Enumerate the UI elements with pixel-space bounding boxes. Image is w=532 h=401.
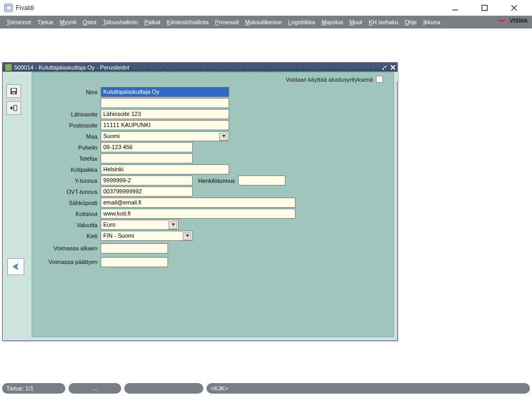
svg-rect-11 xyxy=(12,92,15,94)
menu-muut[interactable]: Muut xyxy=(346,19,365,25)
lahiosoite-field[interactable]: Lähiosoite 123 xyxy=(101,109,229,119)
status-user: <KJK> xyxy=(206,383,530,394)
ovt-field[interactable]: 003799999992 xyxy=(101,187,193,197)
window-maximize-button[interactable] xyxy=(473,1,496,15)
menu-toiminnot[interactable]: Toiminnot xyxy=(3,19,34,25)
brand-logo: VISMA xyxy=(497,17,528,24)
status-cell-2: ... xyxy=(68,383,121,394)
internal-window-title: 500014 - Kuluttajalaskuttaja Oy - Perust… xyxy=(14,64,129,71)
left-toolbar xyxy=(6,84,21,115)
menu-kh-isohaku[interactable]: KH isohaku xyxy=(366,19,401,25)
internal-window: 500014 - Kuluttajalaskuttaja Oy - Perust… xyxy=(2,62,398,341)
menu-ohje[interactable]: Ohje xyxy=(401,19,420,25)
menu-ostot[interactable]: Ostot xyxy=(80,19,100,25)
label-henkilotunnus: Henkilötunnus xyxy=(193,178,238,184)
postiosoite-field[interactable]: 11111 KAUPUNKI xyxy=(101,120,229,130)
kotisivut-field[interactable]: www.koti.fi xyxy=(101,209,295,219)
menu-palkat[interactable]: Palkat xyxy=(141,19,164,25)
exit-button[interactable] xyxy=(6,101,21,115)
status-record: Tietue: 1/1 xyxy=(2,383,65,394)
menu-kiinteistohallinta[interactable]: Kiinteistöhallinta xyxy=(164,19,212,25)
label-sahkoposti: Sähköposti xyxy=(38,200,101,206)
voimassa-paattyen-field[interactable] xyxy=(101,257,168,267)
nav-arrow-button[interactable] xyxy=(7,258,24,275)
internal-window-titlebar[interactable]: 500014 - Kuluttajalaskuttaja Oy - Perust… xyxy=(3,63,397,72)
menu-taloushallinto[interactable]: Taloushallinto xyxy=(100,19,141,25)
label-valuutta: Valuutta xyxy=(38,222,101,228)
window-title: Fivaldi xyxy=(16,4,444,12)
titlebar-decoration: · · · · · · · · · · · · · · · · · · · · … xyxy=(133,64,379,71)
svg-rect-10 xyxy=(12,89,16,91)
main-menu-bar: Toiminnot Tietue Myynti Ostot Taloushall… xyxy=(0,16,532,28)
maa-combo[interactable]: Suomi xyxy=(101,131,229,141)
internal-window-icon xyxy=(5,64,12,71)
nav-toolbar xyxy=(7,258,24,275)
label-nimi: Nimi xyxy=(38,89,101,95)
menu-prosessit[interactable]: Prosessit xyxy=(212,19,242,25)
template-company-row: Voidaan käyttää alustusyrityksenä xyxy=(285,76,383,83)
menu-tietue[interactable]: Tietue xyxy=(34,19,56,25)
menu-ikkuna[interactable]: Ikkuna xyxy=(420,19,443,25)
label-puhelin: Puhelin xyxy=(38,144,101,151)
label-voimassa-alkaen: Voimassa alkaen xyxy=(38,246,101,251)
kotipaikka-field[interactable]: Helsinki xyxy=(101,164,229,174)
ytunnus-field[interactable]: 9999999-2 xyxy=(101,175,193,185)
voimassa-alkaen-field[interactable] xyxy=(101,243,168,253)
status-cell-3 xyxy=(124,383,203,394)
internal-maximize-button[interactable] xyxy=(379,63,388,71)
internal-close-button[interactable] xyxy=(388,63,397,71)
label-ytunnus: Y-tunnus xyxy=(38,178,101,184)
label-kotisivut: Kotisivut xyxy=(38,211,101,217)
menu-myynti[interactable]: Myynti xyxy=(56,19,80,25)
label-voimassa-paattyen: Voimassa päättyen xyxy=(38,259,101,265)
label-kotipaikka: Kotipaikka xyxy=(38,167,101,173)
puhelin-field[interactable]: 09-123 456 xyxy=(101,142,193,152)
window-minimize-button[interactable] xyxy=(444,1,467,15)
menu-logistiikka[interactable]: Logistiikka xyxy=(285,19,318,25)
save-button[interactable] xyxy=(6,84,21,98)
window-titlebar: Fivaldi xyxy=(0,0,532,16)
sahkoposti-field[interactable]: email@email.fi xyxy=(101,198,295,208)
label-ovt: OVT-tunnus xyxy=(38,189,101,195)
template-company-checkbox[interactable] xyxy=(376,76,383,83)
svg-rect-1 xyxy=(482,5,487,11)
label-postiosoite: Postiosoite xyxy=(38,122,101,129)
valuutta-combo[interactable]: Euro xyxy=(101,220,179,230)
label-maa: Maa xyxy=(38,133,101,140)
label-lahiosoite: Lähiosoite xyxy=(38,111,101,118)
form-panel: Voidaan käyttää alustusyrityksenä Tilika… xyxy=(32,72,394,337)
window-close-button[interactable] xyxy=(503,1,526,15)
henkilotunnus-field[interactable] xyxy=(238,175,285,185)
status-bar: Tietue: 1/1 ... <KJK> xyxy=(2,380,530,397)
label-kieli: Kieli xyxy=(38,233,101,239)
label-telefax: Telefax xyxy=(38,155,101,162)
nimi-field[interactable]: Kuluttajalaskuttaja Oy xyxy=(101,87,229,97)
telefax-field[interactable] xyxy=(101,153,193,163)
menu-maksuliikenne[interactable]: Maksuliikenne xyxy=(242,19,285,25)
kieli-combo[interactable]: FIN - Suomi xyxy=(101,231,193,241)
menu-majoitus[interactable]: Majoitus xyxy=(318,19,346,25)
template-company-label: Voidaan käyttää alustusyrityksenä xyxy=(285,76,373,83)
nimi2-field[interactable] xyxy=(101,98,229,108)
java-app-icon xyxy=(4,4,13,12)
